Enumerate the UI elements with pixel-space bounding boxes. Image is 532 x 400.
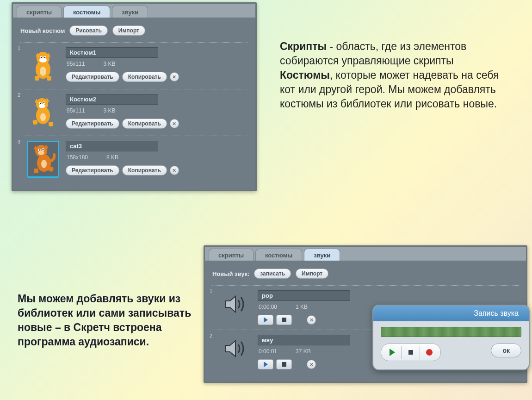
recorder-controls <box>381 344 441 361</box>
new-sound-row: Новый звук: записать Импорт <box>212 269 519 279</box>
recorder-dialog: Запись звука ок <box>372 305 530 370</box>
edit-button[interactable]: Редактировать <box>66 72 119 82</box>
record-icon <box>426 349 433 356</box>
stop-icon <box>282 318 286 322</box>
costume-size: 8 KB <box>106 154 118 161</box>
costume-meta: 158x180 8 KB Редактировать Копировать ✕ <box>66 141 248 175</box>
costume-dims: 95x111 <box>67 107 85 114</box>
record-button[interactable]: записать <box>254 269 291 279</box>
costume-meta: 95x111 3 KB Редактировать Копировать ✕ <box>66 47 248 82</box>
svg-point-7 <box>41 57 42 58</box>
costume-dims: 95x111 <box>67 61 85 67</box>
tab-scripts[interactable]: скрипты <box>17 6 62 18</box>
sound-time: 0:00:01 <box>259 348 277 355</box>
recorder-stop-button[interactable] <box>402 346 420 359</box>
new-sound-label: Новый звук: <box>212 270 249 277</box>
svg-marker-37 <box>225 341 235 356</box>
svg-point-8 <box>44 57 46 58</box>
svg-marker-27 <box>45 144 49 149</box>
tab-sounds[interactable]: звуки <box>304 249 340 261</box>
stop-button[interactable] <box>276 359 292 369</box>
copy-button[interactable]: Копировать <box>122 119 167 129</box>
costume-size: 3 KB <box>103 107 115 114</box>
costume-name-input[interactable] <box>66 47 158 58</box>
row-index: 3 <box>18 139 22 144</box>
recorder-title: Запись звука <box>373 306 529 321</box>
row-index: 1 <box>18 45 22 51</box>
delete-button[interactable]: ✕ <box>307 315 316 325</box>
row-index: 2 <box>18 92 22 98</box>
import-button[interactable]: Импорт <box>296 269 328 279</box>
tab-strip: скрипты костюмы звуки <box>205 247 526 261</box>
new-costume-row: Новый костюм Рисовать Импорт <box>20 25 248 36</box>
description-sounds: Мы можем добавлять звуки из библиотек ил… <box>18 292 198 349</box>
costume-thumb[interactable] <box>27 47 59 84</box>
copy-button[interactable]: Копировать <box>122 72 167 82</box>
recorder-record-button[interactable] <box>420 346 439 359</box>
costume-thumb-selected[interactable] <box>27 141 59 178</box>
row-index: 1 <box>210 288 214 294</box>
desc-bold-costumes: Костюмы <box>280 69 330 81</box>
svg-point-11 <box>40 67 46 76</box>
svg-rect-22 <box>49 122 53 126</box>
costume-name-input[interactable] <box>66 94 158 105</box>
svg-point-35 <box>41 160 47 168</box>
copy-button[interactable]: Копировать <box>122 165 167 175</box>
cat-sprite-icon <box>30 96 56 129</box>
stop-button[interactable] <box>276 315 292 325</box>
recorder-waveform <box>381 327 521 337</box>
ok-button[interactable]: ок <box>491 344 521 357</box>
costume-name-input[interactable] <box>66 141 158 151</box>
delete-button[interactable]: ✕ <box>170 119 179 128</box>
sound-name-input[interactable] <box>258 335 350 345</box>
sound-size: 1 KB <box>296 304 308 310</box>
svg-rect-21 <box>32 119 38 125</box>
sound-thumb <box>219 290 251 318</box>
delete-button[interactable]: ✕ <box>170 72 179 81</box>
edit-button[interactable]: Редактировать <box>66 119 119 129</box>
costumes-body: Новый костюм Рисовать Импорт 1 <box>13 18 255 190</box>
svg-marker-15 <box>46 98 49 102</box>
tab-sounds[interactable]: звуки <box>112 6 148 18</box>
costume-dims: 158x180 <box>67 154 88 161</box>
costumes-panel: скрипты костюмы звуки Новый костюм Рисов… <box>12 2 257 191</box>
edit-button[interactable]: Редактировать <box>66 165 119 175</box>
import-button[interactable]: Импорт <box>112 25 145 36</box>
cat-sprite-icon <box>30 143 56 176</box>
play-button[interactable] <box>258 359 273 369</box>
svg-point-16 <box>39 104 45 108</box>
recorder-play-button[interactable] <box>383 346 402 359</box>
svg-point-20 <box>43 102 44 103</box>
sound-time: 0:00:00 <box>259 304 277 310</box>
costume-row: 1 95x111 3 KB <box>20 42 248 89</box>
svg-rect-9 <box>35 76 39 81</box>
desc-bold-scripts: Скрипты <box>280 40 327 52</box>
stop-icon <box>408 350 413 355</box>
tab-costumes[interactable]: костюмы <box>63 6 110 18</box>
sound-name-input[interactable] <box>258 290 350 301</box>
recorder-body: ок <box>373 321 529 369</box>
delete-button[interactable]: ✕ <box>170 166 179 175</box>
svg-rect-33 <box>34 169 38 173</box>
svg-point-31 <box>39 150 40 150</box>
speaker-icon <box>223 338 247 359</box>
play-button[interactable] <box>258 315 273 325</box>
tab-costumes[interactable]: костюмы <box>255 249 302 261</box>
tab-scripts[interactable]: скрипты <box>209 249 254 261</box>
stop-icon <box>282 362 286 367</box>
tab-strip: скрипты костюмы звуки <box>13 4 255 18</box>
new-costume-label: Новый костюм <box>20 27 65 34</box>
play-icon <box>264 317 268 323</box>
description-scripts-costumes: Скрипты - область, где из элементов соби… <box>280 39 511 111</box>
row-index: 2 <box>210 333 214 338</box>
draw-button[interactable]: Рисовать <box>69 25 108 36</box>
costume-row: 3 158x180 <box>20 136 248 182</box>
svg-marker-36 <box>225 296 235 312</box>
svg-point-28 <box>38 151 44 155</box>
cat-sprite-icon <box>30 49 56 82</box>
svg-point-23 <box>40 113 46 121</box>
svg-point-32 <box>43 149 43 150</box>
costume-row: 2 95x111 3 KB <box>20 89 248 136</box>
delete-button[interactable]: ✕ <box>307 360 316 369</box>
costume-thumb[interactable] <box>27 94 59 131</box>
